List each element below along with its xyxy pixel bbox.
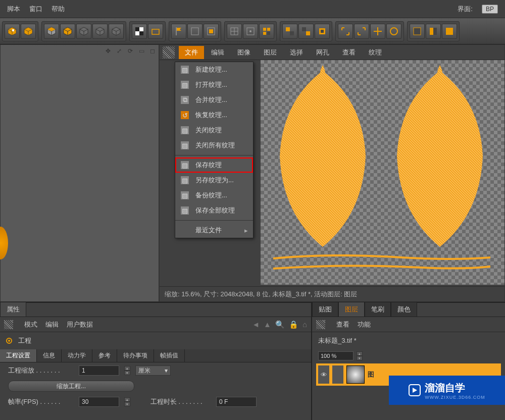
tab-layers[interactable]: 图层 — [338, 302, 365, 317]
tool-cube-b-icon[interactable] — [60, 24, 75, 39]
texture-menu-select[interactable]: 选择 — [284, 46, 309, 59]
layer-opacity-field[interactable]: 100 % — [318, 351, 354, 360]
svg-point-31 — [8, 340, 10, 342]
tool-checker-cube-icon[interactable] — [5, 24, 20, 39]
dd-save-as-texture[interactable]: ▨另存纹理为... — [175, 173, 253, 188]
tab-dynamics[interactable]: 动力学 — [62, 349, 92, 362]
nav-search-icon[interactable]: 🔍 — [275, 320, 285, 329]
texture-menu-edit[interactable]: 编辑 — [205, 46, 230, 59]
viewport-rotate-icon[interactable]: ⟳ — [125, 46, 135, 56]
dd-save-all-texture[interactable]: ▨保存全部纹理 — [175, 203, 253, 218]
dd-restore-texture[interactable]: ↺恢复纹理... — [175, 108, 253, 123]
tool-checker-icon[interactable] — [132, 24, 147, 39]
input-project-scale[interactable] — [79, 365, 119, 376]
tool-plane-icon[interactable] — [148, 24, 163, 39]
svg-rect-7 — [191, 28, 198, 35]
tool-cube-a-icon[interactable] — [44, 24, 59, 39]
tool-grid1-icon[interactable] — [227, 24, 242, 39]
right-tab-bar: 贴图 图层 笔刷 颜色 — [312, 303, 505, 317]
tab-brush[interactable]: 笔刷 — [365, 302, 391, 317]
nav-back-icon[interactable]: ◄ — [252, 320, 260, 329]
tool-cube-d-icon[interactable] — [92, 24, 108, 39]
bp-layout-button[interactable]: BP — [482, 5, 498, 14]
dd-recent-files[interactable]: 最近文件▸ — [175, 223, 253, 238]
attributes-sub-menu: 模式 编辑 用户数据 ◄ ▲ 🔍 🔒 ⌂ — [0, 317, 311, 332]
tool-arr4-icon[interactable] — [386, 24, 401, 39]
svg-point-25 — [390, 28, 397, 35]
panel-handle-icon[interactable] — [4, 320, 13, 329]
menu-help[interactable]: 帮助 — [52, 5, 65, 14]
texture-menu-mesh[interactable]: 网孔 — [310, 46, 335, 59]
scale-project-button[interactable]: 缩放工程... — [8, 381, 134, 392]
nav-fwd-icon[interactable]: ▲ — [264, 320, 271, 329]
tab-color[interactable]: 颜色 — [391, 302, 417, 317]
viewport-square-icon[interactable]: ◻ — [147, 46, 158, 56]
viewport-move-icon[interactable]: ✥ — [103, 46, 113, 56]
texture-canvas[interactable] — [261, 60, 504, 285]
viewport-frame-icon[interactable]: ▭ — [136, 46, 146, 56]
tool-arr2-icon[interactable] — [354, 24, 369, 39]
tool-sq2-icon[interactable] — [298, 24, 314, 39]
layers-view-menu[interactable]: 查看 — [336, 320, 349, 329]
tab-info[interactable]: 信息 — [37, 349, 62, 362]
layer-visibility-icon[interactable]: 👁 — [318, 365, 329, 384]
attributes-tab[interactable]: 属性 — [0, 302, 26, 317]
tool-grid2-icon[interactable] — [243, 24, 258, 39]
menu-window[interactable]: 窗口 — [29, 5, 42, 14]
texture-menu-layer[interactable]: 图层 — [258, 46, 283, 59]
texture-menu-file[interactable]: 文件 — [179, 46, 204, 59]
left-viewport[interactable]: ✥ ⤢ ⟳ ▭ ◻ — [0, 44, 159, 302]
input-fps[interactable] — [79, 397, 119, 407]
layers-func-menu[interactable]: 功能 — [358, 320, 371, 329]
tab-todo[interactable]: 待办事项 — [117, 349, 154, 362]
layer-lock-icon[interactable] — [332, 365, 343, 384]
tool-x2-icon[interactable] — [204, 24, 219, 39]
watermark-url: WWW.ZIXUE.3D66.COM — [425, 395, 485, 400]
tool-c2-icon[interactable] — [426, 24, 441, 39]
dd-new-texture[interactable]: ▨新建纹理... — [175, 62, 253, 77]
tool-x1-icon[interactable] — [187, 24, 203, 39]
input-duration[interactable] — [216, 397, 257, 407]
unit-dropdown[interactable]: 厘米▾ — [135, 365, 171, 376]
dd-open-texture[interactable]: ▨打开纹理... — [175, 77, 253, 92]
tool-arr1-icon[interactable] — [338, 24, 353, 39]
tab-reference[interactable]: 参考 — [92, 349, 117, 362]
panel-handle-icon[interactable] — [163, 46, 175, 59]
tab-interp[interactable]: 帧插值 — [154, 349, 185, 362]
tool-arr3-icon[interactable] — [370, 24, 385, 39]
svg-rect-16 — [267, 28, 270, 31]
tab-texture[interactable]: 贴图 — [312, 302, 338, 317]
sub-menu-mode[interactable]: 模式 — [24, 320, 37, 329]
spinner-opacity[interactable]: ▴▾ — [357, 351, 363, 360]
tool-cube2-icon[interactable] — [21, 24, 36, 39]
dd-close-texture[interactable]: ▨关闭纹理 — [175, 123, 253, 138]
dd-backup-texture[interactable]: ▨备份纹理... — [175, 188, 253, 203]
svg-rect-27 — [430, 28, 433, 35]
tool-cube-c-icon[interactable] — [76, 24, 91, 39]
texture-menu-image[interactable]: 图像 — [231, 46, 257, 59]
panel-handle-icon[interactable] — [316, 320, 325, 329]
layers-sub-menu: 查看 功能 — [312, 317, 505, 332]
dd-merge-texture[interactable]: ⧉合并纹理... — [175, 92, 253, 108]
spinner-fps[interactable]: ▴▾ — [124, 397, 130, 406]
tab-project-settings[interactable]: 工程设置 — [0, 349, 37, 362]
tool-sq1-icon[interactable] — [282, 24, 297, 39]
texture-menu-texture[interactable]: 纹理 — [363, 46, 388, 59]
texture-status-bar: 缩放: 15.6%, 尺寸: 2048x2048, 8 位, 未标题_3.tif… — [160, 286, 504, 301]
tool-cube-e-icon[interactable] — [109, 24, 124, 39]
tool-grid3-icon[interactable] — [259, 24, 274, 39]
sub-menu-userdata[interactable]: 用户数据 — [67, 320, 93, 329]
tool-c3-icon[interactable] — [442, 24, 457, 39]
dd-save-texture[interactable]: ▨保存纹理 — [175, 158, 253, 173]
tool-sq3-icon[interactable] — [315, 24, 330, 39]
viewport-zoom-icon[interactable]: ⤢ — [114, 46, 124, 56]
tool-flag-icon[interactable] — [171, 24, 186, 39]
tool-c1-icon[interactable] — [410, 24, 425, 39]
sub-menu-edit[interactable]: 编辑 — [45, 320, 59, 329]
dd-close-all-texture[interactable]: ▨关闭所有纹理 — [175, 138, 253, 153]
menu-script[interactable]: 脚本 — [7, 5, 20, 14]
texture-menu-view[interactable]: 查看 — [336, 46, 362, 59]
nav-lock-icon[interactable]: 🔒 — [289, 320, 298, 329]
nav-home-icon[interactable]: ⌂ — [302, 320, 307, 329]
spinner-scale[interactable]: ▴▾ — [124, 366, 130, 375]
